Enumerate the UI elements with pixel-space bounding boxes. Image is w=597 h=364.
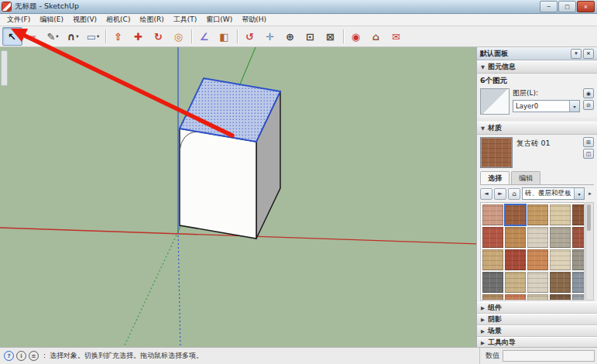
create-material-icon[interactable]: ⊞ bbox=[583, 137, 594, 147]
panel-close-icon[interactable]: × bbox=[583, 49, 594, 59]
secondary-pane-icon[interactable]: ◫ bbox=[583, 149, 594, 159]
material-swatch[interactable] bbox=[572, 249, 585, 270]
tool-icon: ▭ bbox=[87, 32, 96, 42]
material-swatch[interactable] bbox=[505, 294, 526, 300]
material-swatch[interactable] bbox=[550, 204, 571, 225]
add-location-button[interactable]: ◉ bbox=[346, 27, 366, 46]
menu-item[interactable]: 帮助(H) bbox=[237, 14, 271, 26]
material-category-value: 砖、覆层和壁板 bbox=[523, 189, 574, 198]
forward-icon[interactable]: ► bbox=[494, 188, 506, 200]
materials-tab[interactable]: 编辑 bbox=[511, 171, 540, 184]
arc-tool-button[interactable]: ∩ ▾ bbox=[63, 27, 83, 46]
measurement-label: 数值 bbox=[485, 351, 499, 361]
offset-tool-button[interactable]: ◎ bbox=[169, 27, 189, 46]
material-swatch[interactable] bbox=[550, 272, 571, 293]
lock-toggle-icon[interactable]: ⊘ bbox=[583, 100, 594, 110]
eraser-tool-button[interactable]: ▰ bbox=[22, 27, 43, 46]
scrollbar-thumb[interactable] bbox=[587, 204, 591, 231]
material-swatch[interactable] bbox=[505, 227, 526, 248]
zoom-extents-tool-button[interactable]: ⊠ bbox=[321, 27, 341, 46]
info-icon[interactable]: i bbox=[16, 351, 26, 361]
material-swatch[interactable] bbox=[527, 227, 548, 248]
menu-item[interactable]: 文件(F) bbox=[2, 14, 35, 26]
entity-preview-thumbnail bbox=[480, 88, 510, 115]
material-swatch[interactable] bbox=[572, 272, 585, 293]
rotate-tool-button[interactable]: ↻ bbox=[149, 27, 169, 46]
warehouse-button[interactable]: ⌂ bbox=[366, 27, 386, 46]
tool-icon: ◉ bbox=[352, 32, 360, 42]
materials-tab[interactable]: 选择 bbox=[480, 171, 510, 184]
material-swatch[interactable] bbox=[505, 249, 526, 270]
green-axis-dashed bbox=[122, 232, 178, 347]
material-swatch[interactable] bbox=[527, 272, 548, 293]
collapse-arrow-icon: ▼ bbox=[481, 64, 485, 70]
select-tool-button[interactable]: ↖ bbox=[2, 27, 22, 46]
menu-item[interactable]: 工具(T) bbox=[169, 14, 202, 26]
material-swatch[interactable] bbox=[572, 227, 585, 248]
material-swatch[interactable] bbox=[482, 249, 503, 270]
layer-dropdown[interactable]: Layer0 ▾ bbox=[513, 100, 580, 112]
tool-icon: ✎ bbox=[46, 32, 55, 42]
pan-tool-button[interactable]: ✛ bbox=[260, 27, 280, 46]
measurement-input[interactable] bbox=[503, 350, 595, 362]
material-swatch[interactable] bbox=[482, 204, 503, 225]
minimize-button[interactable]: ─ bbox=[540, 1, 558, 12]
paint-bucket-tool-button[interactable]: ◧ bbox=[214, 27, 235, 46]
menu-item[interactable]: 相机(C) bbox=[101, 14, 135, 26]
material-swatch[interactable] bbox=[505, 204, 526, 225]
material-swatch[interactable] bbox=[482, 272, 503, 293]
sketchup-app-icon bbox=[2, 2, 11, 11]
collapsed-section-header[interactable]: ▶ 组件 bbox=[477, 302, 597, 314]
material-swatch[interactable] bbox=[505, 272, 526, 293]
menu-item[interactable]: 编辑(E) bbox=[35, 14, 68, 26]
entity-info-header[interactable]: ▼ 图元信息 bbox=[477, 60, 597, 74]
hide-toggle-icon[interactable]: ◉ bbox=[583, 88, 594, 98]
modeling-viewport[interactable] bbox=[0, 47, 476, 347]
dropdown-caret-icon[interactable]: ▾ bbox=[569, 101, 579, 112]
material-swatch[interactable] bbox=[550, 227, 571, 248]
material-swatch[interactable] bbox=[482, 227, 503, 248]
menu-item[interactable]: 窗口(W) bbox=[201, 14, 237, 26]
shapes-tool-button[interactable]: ▭ ▾ bbox=[83, 27, 103, 46]
materials-tabs: 选择 编辑 bbox=[480, 171, 594, 185]
details-icon[interactable]: ▸ bbox=[586, 189, 594, 199]
help-icon[interactable]: ? bbox=[4, 351, 14, 361]
cube-front-face[interactable] bbox=[180, 129, 256, 239]
zoom-window-tool-button[interactable]: ⊡ bbox=[300, 27, 321, 46]
context-icon[interactable]: ≡ bbox=[29, 351, 39, 361]
push-pull-tool-button[interactable]: ⇧ bbox=[108, 27, 129, 46]
panel-title: 默认面板 bbox=[480, 49, 508, 59]
collapsed-section-header[interactable]: ▶ 场景 bbox=[477, 325, 597, 337]
material-swatch[interactable] bbox=[482, 294, 503, 300]
material-swatch[interactable] bbox=[527, 294, 548, 300]
materials-scrollbar[interactable] bbox=[585, 202, 594, 300]
orbit-tool-button[interactable]: ↺ bbox=[240, 27, 260, 46]
window-controls: ─ □ × bbox=[540, 1, 595, 12]
collapsed-section-header[interactable]: ▶ 阴影 bbox=[477, 314, 597, 325]
line-tool-button[interactable]: ✎ ▾ bbox=[43, 27, 63, 46]
tape-measure-tool-button[interactable]: ∠ bbox=[194, 27, 214, 46]
material-swatch[interactable] bbox=[550, 249, 571, 270]
status-separator: ： bbox=[41, 351, 48, 361]
maximize-button[interactable]: □ bbox=[558, 1, 576, 12]
tool-icon: ⌂ bbox=[372, 32, 379, 42]
blue-axis-dashed bbox=[178, 232, 180, 347]
extension-warehouse-button[interactable]: ✉ bbox=[386, 27, 407, 46]
menu-item[interactable]: 视图(V) bbox=[68, 14, 101, 26]
zoom-tool-button[interactable]: ⊕ bbox=[280, 27, 300, 46]
close-button[interactable]: × bbox=[577, 1, 595, 12]
menu-item[interactable]: 绘图(R) bbox=[135, 14, 168, 26]
in-model-home-icon[interactable]: ⌂ bbox=[508, 188, 520, 200]
dropdown-caret-icon[interactable]: ▾ bbox=[574, 188, 584, 199]
materials-header[interactable]: ▼ 材质 bbox=[477, 122, 597, 135]
material-swatch[interactable] bbox=[572, 294, 585, 300]
material-swatch[interactable] bbox=[572, 204, 585, 225]
material-swatch[interactable] bbox=[550, 294, 571, 300]
move-tool-button[interactable]: ✚ bbox=[129, 27, 149, 46]
back-icon[interactable]: ◄ bbox=[480, 188, 492, 200]
material-swatch[interactable] bbox=[527, 204, 548, 225]
material-swatch[interactable] bbox=[527, 249, 548, 270]
tool-icon: ∠ bbox=[200, 32, 209, 42]
panel-options-icon[interactable]: ▾ bbox=[571, 49, 582, 59]
material-category-dropdown[interactable]: 砖、覆层和壁板 ▾ bbox=[522, 187, 585, 200]
